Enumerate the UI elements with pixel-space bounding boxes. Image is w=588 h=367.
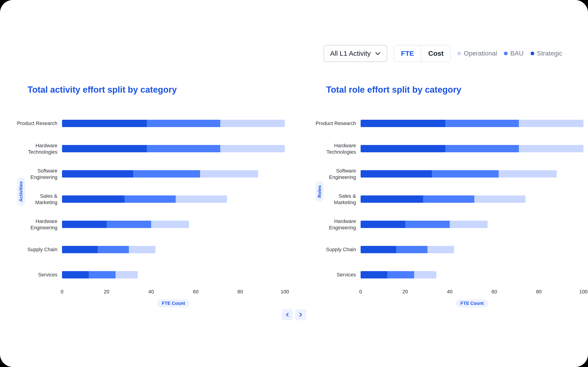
bar-segment-bau	[98, 246, 129, 253]
bar-segment-strategic	[62, 195, 124, 203]
bar-segment-operational	[220, 145, 285, 152]
stacked-bar	[361, 271, 436, 278]
bar-segment-operational	[129, 246, 156, 253]
segment-cost[interactable]: Cost	[421, 45, 450, 61]
bar-row: Software Engineering	[361, 161, 583, 186]
bar-segment-operational	[115, 271, 138, 278]
stacked-bar	[62, 271, 138, 278]
legend-dot-strategic	[531, 52, 534, 55]
chart-activities: Total activity effort split by category …	[0, 85, 299, 298]
bar-segment-bau	[423, 195, 474, 203]
plot-roles: Product ResearchHardware TechnologiesSof…	[361, 111, 583, 298]
bar-row: Services	[361, 262, 583, 287]
bar-segment-operational	[499, 170, 556, 177]
bar-segment-strategic	[62, 246, 98, 253]
bar-row: Sales & Marketing	[361, 186, 583, 212]
bar-segment-strategic	[62, 145, 147, 152]
bar-segment-operational	[151, 221, 189, 228]
legend-strategic: Strategic	[531, 50, 562, 57]
bar-segment-bau	[387, 271, 414, 278]
xaxis-tick: 0	[359, 289, 362, 295]
category-label: Product Research	[14, 120, 57, 127]
chart-roles: Total role effort split by category Role…	[299, 85, 588, 298]
xaxis-ticks: 020406080100FTE Count	[62, 289, 285, 298]
legend-bau: BAU	[504, 50, 524, 57]
page-prev-button[interactable]	[282, 309, 293, 320]
stacked-bar	[361, 195, 526, 203]
xaxis-badge: FTE Count	[157, 299, 190, 307]
bar-row: Services	[62, 262, 285, 287]
stacked-bar	[62, 246, 156, 253]
charts-row: Total activity effort split by category …	[0, 85, 588, 298]
legend-label-strategic: Strategic	[537, 50, 562, 57]
category-label: Sales & Marketing	[14, 193, 57, 206]
stacked-bar	[62, 170, 258, 177]
legend-label-operational: Operational	[464, 50, 497, 57]
xaxis-tick: 60	[492, 289, 497, 295]
chart-title-activities: Total activity effort split by category	[27, 85, 285, 95]
activity-filter-label: All L1 Activity	[330, 50, 371, 57]
activity-filter-select[interactable]: All L1 Activity	[324, 45, 387, 62]
stacked-bar	[62, 221, 189, 228]
stacked-bar	[62, 120, 285, 127]
bar-row: Sales & Marketing	[62, 186, 285, 212]
bar-segment-bau	[147, 120, 220, 127]
category-label: Services	[14, 272, 57, 278]
bar-segment-strategic	[361, 145, 445, 152]
stacked-bar	[361, 170, 557, 177]
bar-row: Software Engineering	[62, 161, 285, 186]
bar-segment-bau	[396, 246, 427, 253]
legend-dot-bau	[504, 52, 508, 55]
bar-segment-strategic	[361, 221, 405, 228]
metric-segmented-control: FTE Cost	[394, 45, 451, 62]
bar-segment-bau	[445, 120, 519, 127]
bar-segment-strategic	[62, 170, 133, 177]
bar-segment-operational	[200, 170, 258, 177]
stacked-bar	[62, 195, 227, 203]
page-next-button[interactable]	[295, 309, 306, 320]
bar-row: Supply Chain	[361, 237, 583, 262]
category-label: Software Engineering	[312, 168, 356, 180]
bar-segment-bau	[133, 170, 200, 177]
category-label: Services	[312, 272, 356, 278]
legend-operational: Operational	[457, 50, 497, 57]
category-label: Hardware Engineering	[312, 218, 356, 231]
xaxis-tick: 80	[536, 289, 542, 295]
bar-row: Supply Chain	[62, 237, 285, 262]
bar-row: Hardware Technologies	[62, 136, 285, 161]
stacked-bar	[361, 145, 583, 152]
chevron-down-icon	[375, 50, 381, 56]
bar-row: Hardware Engineering	[62, 212, 285, 237]
bar-segment-bau	[405, 221, 450, 228]
bar-segment-operational	[519, 145, 583, 152]
bar-row: Product Research	[62, 111, 285, 136]
xaxis-tick: 40	[148, 289, 154, 295]
bar-segment-operational	[414, 271, 436, 278]
xaxis-tick: 100	[579, 289, 588, 295]
xaxis-tick: 80	[237, 289, 243, 295]
bar-segment-bau	[107, 221, 151, 228]
bar-segment-operational	[176, 195, 227, 203]
bar-segment-operational	[450, 221, 488, 228]
segment-fte[interactable]: FTE	[394, 45, 421, 61]
plot-activities: Product ResearchHardware TechnologiesSof…	[62, 111, 285, 298]
bar-segment-strategic	[62, 271, 89, 278]
dashboard-frame: { "controls": { "filter": { "selected": …	[0, 0, 588, 367]
chart-title-roles: Total role effort split by category	[326, 85, 583, 95]
chevron-left-icon	[285, 312, 290, 317]
category-label: Sales & Marketing	[312, 193, 356, 206]
category-label: Software Engineering	[14, 168, 57, 180]
bar-segment-strategic	[361, 246, 396, 253]
bar-segment-strategic	[361, 271, 387, 278]
xaxis-tick: 0	[61, 289, 63, 295]
bar-row: Hardware Engineering	[361, 212, 583, 237]
stacked-bar	[361, 221, 488, 228]
bar-segment-operational	[519, 120, 583, 127]
xaxis-tick: 20	[402, 289, 408, 295]
legend-label-bau: BAU	[510, 50, 524, 57]
category-label: Product Research	[312, 120, 356, 127]
bar-segment-bau	[432, 170, 499, 177]
xaxis-ticks: 020406080100FTE Count	[361, 289, 583, 298]
bar-segment-operational	[474, 195, 526, 203]
category-label: Hardware Technologies	[312, 142, 356, 155]
